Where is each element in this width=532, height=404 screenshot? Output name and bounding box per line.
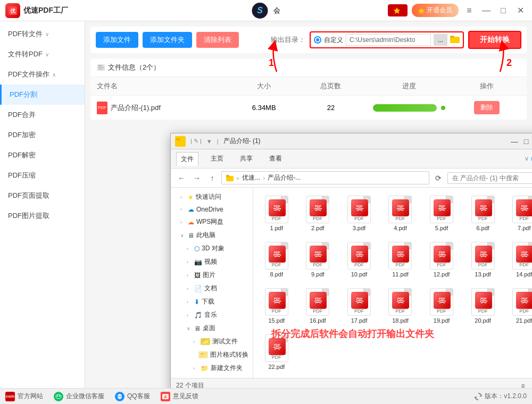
- output-path-text: C:\Users\admin\Deskto: [346, 34, 431, 46]
- add-file-button[interactable]: 添加文件: [96, 32, 138, 48]
- start-convert-button[interactable]: 开始转换: [468, 31, 521, 49]
- svg-rect-9: [98, 69, 103, 70]
- pdf-logo: PDF: [310, 246, 327, 263]
- file-label: 2.pdf: [311, 225, 324, 231]
- sidebar-item-pdf-split[interactable]: PDF分割: [0, 85, 85, 105]
- bottom-item-feedback[interactable]: A 意见反馈: [161, 392, 198, 401]
- fe-tree-item-img-convert[interactable]: 📁 图片格式转换: [171, 348, 253, 361]
- pdf-logo: PDF: [392, 292, 409, 309]
- sidebar-item-file-to-pdf[interactable]: 文件转PDF ∨: [0, 44, 85, 64]
- list-item[interactable]: PDF PDF 21.pdf: [506, 285, 532, 326]
- fe-tree-item-wps[interactable]: › ☁ WPS网盘: [171, 215, 253, 229]
- fe-minimize-button[interactable]: —: [509, 136, 520, 147]
- fe-refresh-button[interactable]: ⟳: [432, 172, 445, 184]
- fe-tree-item-video[interactable]: › 📷 视频: [171, 255, 253, 268]
- bottom-item-qq[interactable]: QQ客服: [115, 392, 150, 401]
- radio-custom[interactable]: [314, 36, 321, 44]
- list-item[interactable]: PDF PDF 7.pdf: [506, 193, 532, 234]
- svg-text:PDF: PDF: [274, 343, 280, 347]
- file-pages-cell: 22: [297, 104, 364, 112]
- fe-tree-item-onedrive[interactable]: › ☁ OneDrive: [171, 204, 253, 215]
- sidebar-item-pdf-merge[interactable]: PDF合并: [0, 105, 85, 125]
- list-item[interactable]: PDF PDF 15.pdf: [259, 285, 295, 326]
- svg-rect-8: [98, 67, 104, 68]
- list-item[interactable]: PDF PDF 18.pdf: [383, 285, 419, 326]
- pdf-logo: PDF: [310, 292, 327, 309]
- list-item[interactable]: PDF PDF 14.pdf: [506, 239, 532, 280]
- file-label: 21.pdf: [516, 317, 532, 324]
- fe-tree-item-new-folder[interactable]: › 📁 新建文件夹: [171, 361, 253, 375]
- list-item[interactable]: PDF PDF 4.pdf: [383, 193, 419, 234]
- pdf-logo: PDF: [351, 292, 368, 309]
- list-item[interactable]: PDF PDF 5.pdf: [423, 193, 460, 234]
- fe-tree-item-test-files[interactable]: › 📁 测试文件: [171, 335, 253, 348]
- fe-status-bar: 22 个项目 ≡ ⊞: [171, 378, 532, 388]
- fe-forward-button[interactable]: →: [190, 172, 203, 184]
- sidebar-item-pdf-to-file[interactable]: PDF转文件 ∨: [0, 24, 85, 44]
- pdf-logo: PDF: [475, 246, 492, 263]
- fe-tab-share[interactable]: 共享: [236, 152, 257, 165]
- pdf-file-icon: PDF PDF: [430, 196, 453, 223]
- fe-tree-item-desktop[interactable]: ∨ 🖥 桌面: [171, 322, 253, 335]
- fe-tab-file[interactable]: 文件: [176, 152, 198, 166]
- maximize-button[interactable]: □: [497, 4, 510, 17]
- list-item[interactable]: PDF PDF 11.pdf: [383, 239, 419, 280]
- list-item[interactable]: PDF PDF 1.pdf: [259, 193, 295, 234]
- list-item[interactable]: PDF PDF 3.pdf: [341, 193, 377, 234]
- dots-button[interactable]: ...: [434, 34, 447, 46]
- list-item[interactable]: PDF PDF 2.pdf: [300, 193, 336, 234]
- fe-search-input[interactable]: [447, 172, 532, 184]
- fe-view-details-button[interactable]: ≡: [517, 381, 529, 389]
- content-area: 添加文件 添加文件夹 清除列表 输出目录： 自定义 C:\Users\admin…: [85, 21, 532, 388]
- fe-tree-item-quick-access[interactable]: › ★ 快速访问: [171, 190, 253, 204]
- fe-up-button[interactable]: ↑: [206, 172, 219, 184]
- sidebar-item-pdf-operations[interactable]: PDF文件操作 ∧: [0, 64, 85, 85]
- fe-tab-home[interactable]: 主页: [206, 152, 228, 165]
- add-folder-button[interactable]: 添加文件夹: [143, 32, 192, 48]
- folder-open-button[interactable]: [450, 35, 460, 45]
- close-button[interactable]: ✕: [514, 4, 527, 17]
- fe-tree-item-downloads[interactable]: › ⬇ 下载: [171, 295, 253, 308]
- file-label: 22.pdf: [268, 364, 285, 370]
- pdf-logo: PDF: [269, 292, 286, 309]
- fe-tree-item-3d[interactable]: › ⬡ 3D 对象: [171, 242, 253, 255]
- list-item[interactable]: PDF PDF 20.pdf: [465, 285, 501, 326]
- delete-button[interactable]: 删除: [474, 101, 500, 114]
- bottom-item-wechat[interactable]: 企业微信客服: [54, 392, 104, 401]
- fe-address-path[interactable]: « 优速... › 产品介绍-...: [221, 171, 429, 184]
- list-item[interactable]: PDF PDF 22.pdf: [259, 332, 295, 373]
- title-center: S 会: [252, 3, 280, 19]
- bottom-item-website[interactable]: com 官方网站: [5, 392, 43, 401]
- list-item[interactable]: PDF PDF 8.pdf: [259, 239, 295, 280]
- sidebar-item-pdf-page-extract[interactable]: PDF页面提取: [0, 186, 85, 206]
- list-item[interactable]: PDF PDF 19.pdf: [423, 285, 460, 326]
- list-item[interactable]: PDF PDF 10.pdf: [341, 239, 377, 280]
- fe-tab-view[interactable]: 查看: [265, 152, 286, 165]
- file-label: 15.pdf: [268, 317, 285, 324]
- fe-tree-item-documents[interactable]: › 📄 文档: [171, 282, 253, 295]
- file-label: 10.pdf: [351, 271, 368, 277]
- list-item[interactable]: PDF PDF 13.pdf: [465, 239, 501, 280]
- sidebar-item-pdf-decrypt[interactable]: PDF解密: [0, 145, 85, 165]
- list-item[interactable]: PDF PDF 16.pdf: [300, 285, 336, 326]
- minimize-button[interactable]: —: [480, 4, 493, 17]
- list-item[interactable]: PDF PDF 17.pdf: [341, 285, 377, 326]
- list-item[interactable]: PDF PDF 12.pdf: [423, 239, 460, 280]
- sidebar: PDF转文件 ∨ 文件转PDF ∨ PDF文件操作 ∧ PDF分割 PDF合并 …: [0, 21, 85, 388]
- sidebar-item-pdf-image-extract[interactable]: PDF图片提取: [0, 206, 85, 226]
- sidebar-item-pdf-compress[interactable]: PDF压缩: [0, 165, 85, 186]
- svg-text:A: A: [164, 394, 167, 399]
- list-item[interactable]: PDF PDF 9.pdf: [300, 239, 336, 280]
- pdf-file-icon: PDF PDF: [430, 288, 453, 316]
- fe-tree-item-this-pc[interactable]: ∨ 🖥 此电脑: [171, 229, 253, 242]
- fe-tree-item-pictures[interactable]: › 🖼 图片: [171, 268, 253, 282]
- sidebar-item-pdf-encrypt[interactable]: PDF加密: [0, 125, 85, 145]
- pdf-logo: PDF: [475, 292, 492, 309]
- fe-back-button[interactable]: ←: [175, 172, 188, 184]
- hamburger-button[interactable]: ≡: [463, 4, 476, 17]
- fe-tree-item-music[interactable]: › 🎵 音乐: [171, 308, 253, 322]
- clear-list-button[interactable]: 清除列表: [196, 32, 239, 48]
- fe-maximize-button[interactable]: □: [521, 136, 531, 147]
- vip-button[interactable]: 开通会员: [412, 4, 459, 17]
- list-item[interactable]: PDF PDF 6.pdf: [465, 193, 501, 234]
